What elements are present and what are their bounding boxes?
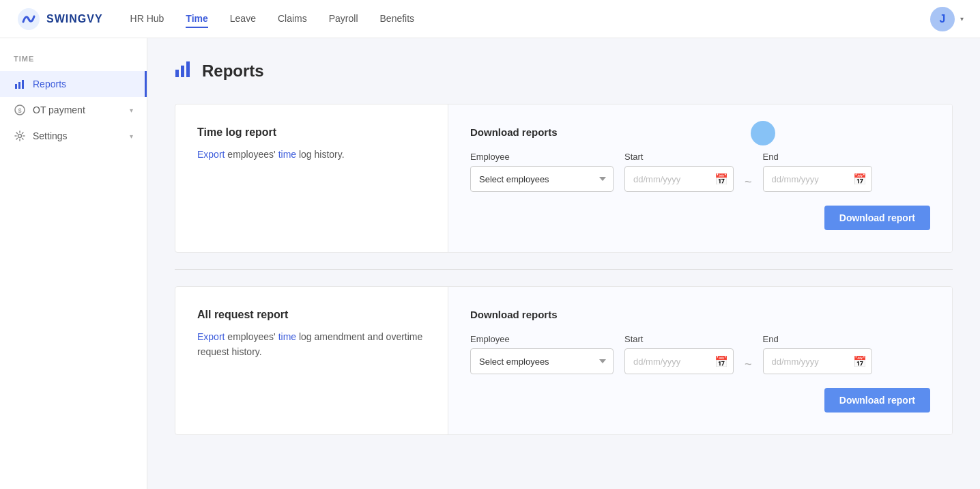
all-request-btn-download-wrap: Download report <box>470 388 930 413</box>
all-request-download-button[interactable]: Download report <box>824 388 930 413</box>
desc-time-highlight: time <box>278 149 296 160</box>
time-log-end-label: End <box>763 152 872 162</box>
all-request-time-highlight: time <box>278 331 296 342</box>
all-request-end-group: End 📅 <box>763 334 872 374</box>
user-menu-chevron-icon[interactable]: ▾ <box>960 15 964 23</box>
svg-rect-1 <box>15 84 17 89</box>
bar-chart-icon <box>14 78 26 90</box>
sidebar-section-label: TIME <box>0 55 147 71</box>
sidebar-item-reports[interactable]: Reports <box>0 71 147 97</box>
sidebar-item-settings[interactable]: Settings ▾ <box>0 123 147 149</box>
dollar-circle-icon: $ <box>14 104 26 116</box>
all-request-text-1: employees' <box>227 331 278 342</box>
sidebar-settings-label: Settings <box>33 130 123 141</box>
time-log-download-button[interactable]: Download report <box>824 206 930 230</box>
desc-text-1: employees' <box>227 149 278 160</box>
main-content: Reports Time log report Export employees… <box>147 38 980 489</box>
all-request-report-section: All request report Export employees' tim… <box>175 286 953 435</box>
all-request-right: Download reports Employee Select employe… <box>448 287 952 434</box>
all-request-employee-label: Employee <box>470 334 614 344</box>
time-log-end-group: End 📅 <box>763 152 872 192</box>
time-log-report-section: Time log report Export employees' time l… <box>175 104 953 253</box>
time-log-btn-download-wrap: Download report <box>470 206 930 230</box>
time-log-end-input[interactable] <box>763 166 872 192</box>
nav-link-claims[interactable]: Claims <box>278 10 307 28</box>
avatar[interactable]: J <box>930 7 955 31</box>
layout: TIME Reports $ OT payment ▾ <box>0 38 980 489</box>
svg-rect-7 <box>175 70 179 77</box>
all-request-end-input[interactable] <box>763 348 872 374</box>
time-log-title: Time log report <box>197 126 426 139</box>
all-request-start-input[interactable] <box>624 348 734 374</box>
section-divider <box>175 269 953 270</box>
nav-link-time[interactable]: Time <box>186 10 207 28</box>
ot-payment-chevron-icon: ▾ <box>130 107 133 114</box>
time-log-left: Time log report Export employees' time l… <box>175 104 448 252</box>
all-request-tilde: ~ <box>745 357 752 374</box>
time-log-employee-select[interactable]: Select employees <box>470 166 614 192</box>
all-request-employee-select[interactable]: Select employees <box>470 348 614 374</box>
time-log-tilde: ~ <box>745 175 752 192</box>
desc-text-2: log history. <box>299 149 345 160</box>
time-log-desc: Export employees' time log history. <box>197 147 426 162</box>
time-log-start-group: Start 📅 <box>624 152 734 192</box>
loading-spinner <box>751 121 775 145</box>
svg-rect-3 <box>22 80 24 89</box>
time-log-employee-group: Employee Select employees <box>470 152 614 192</box>
nav-link-leave[interactable]: Leave <box>230 10 256 28</box>
sidebar-ot-payment-label: OT payment <box>33 104 123 115</box>
page-title: Reports <box>202 61 264 81</box>
page-reports-icon <box>175 60 194 82</box>
time-log-end-input-wrap: 📅 <box>763 166 872 192</box>
all-request-end-label: End <box>763 334 872 344</box>
svg-text:$: $ <box>18 107 21 114</box>
swingvy-logo-icon <box>16 7 41 31</box>
all-request-export-highlight: Export <box>197 331 225 342</box>
all-request-employee-group: Employee Select employees <box>470 334 614 374</box>
logo[interactable]: SWINGVY <box>16 7 103 31</box>
desc-export-highlight: Export <box>197 149 225 160</box>
svg-rect-8 <box>181 66 184 77</box>
sidebar-reports-label: Reports <box>33 79 131 89</box>
time-log-download-reports-label: Download reports <box>470 126 930 138</box>
time-log-form-row: Employee Select employees Start 📅 ~ <box>470 152 930 192</box>
all-request-download-reports-label: Download reports <box>470 309 930 320</box>
sidebar-item-ot-payment[interactable]: $ OT payment ▾ <box>0 97 147 123</box>
all-request-left: All request report Export employees' tim… <box>175 287 448 434</box>
nav-right: J ▾ <box>930 7 964 31</box>
all-request-start-group: Start 📅 <box>624 334 734 374</box>
all-request-form-row: Employee Select employees Start 📅 ~ <box>470 334 930 374</box>
all-request-start-label: Start <box>624 334 734 344</box>
svg-point-6 <box>18 135 22 138</box>
nav-link-hrhub[interactable]: HR Hub <box>130 10 164 28</box>
all-request-title: All request report <box>197 309 426 321</box>
time-log-employee-label: Employee <box>470 152 614 162</box>
svg-rect-9 <box>186 61 190 77</box>
all-request-desc: Export employees' time log amendment and… <box>197 329 426 360</box>
nav-link-benefits[interactable]: Benefits <box>380 10 415 28</box>
sidebar: TIME Reports $ OT payment ▾ <box>0 38 147 489</box>
all-request-end-input-wrap: 📅 <box>763 348 872 374</box>
nav-link-payroll[interactable]: Payroll <box>329 10 358 28</box>
time-log-start-input[interactable] <box>624 166 734 192</box>
gear-icon <box>14 130 26 142</box>
top-nav: SWINGVY HR Hub Time Leave Claims Payroll… <box>0 0 980 38</box>
logo-text: SWINGVY <box>46 13 103 25</box>
time-log-start-input-wrap: 📅 <box>624 166 734 192</box>
time-log-right: Download reports Employee Select employe… <box>448 104 952 252</box>
nav-links: HR Hub Time Leave Claims Payroll Benefit… <box>130 10 930 28</box>
page-header: Reports <box>175 60 953 82</box>
svg-rect-2 <box>18 82 20 89</box>
settings-chevron-icon: ▾ <box>130 132 133 140</box>
all-request-start-input-wrap: 📅 <box>624 348 734 374</box>
time-log-start-label: Start <box>624 152 734 162</box>
